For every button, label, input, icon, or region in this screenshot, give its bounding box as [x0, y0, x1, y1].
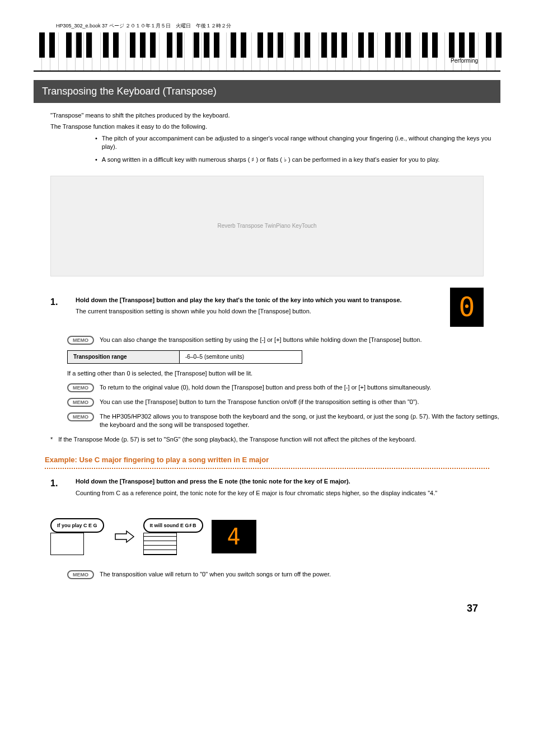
mini-keyboard-left	[50, 533, 84, 555]
step-text: The current transposition setting is sho…	[76, 307, 450, 316]
memo-badge: MEMO	[67, 412, 94, 421]
asterisk-note-text: If the Transpose Mode (p. 57) is set to …	[58, 435, 416, 444]
arrow-icon	[113, 528, 135, 545]
diagram-right-label: It will sound E G♯ B	[143, 518, 203, 533]
bullet-text-2: A song written in a difficult key with n…	[102, 156, 440, 164]
asterisk-icon: *	[50, 435, 53, 444]
intro-paragraph-2: The Transpose function makes it easy to …	[50, 123, 500, 131]
memo-badge: MEMO	[67, 336, 94, 345]
example-step-title: Hold down the [Transpose] button and pre…	[76, 477, 500, 486]
header-section-label: Performing	[451, 57, 478, 65]
memo-text-1: You can also change the transposition se…	[100, 336, 500, 345]
control-panel-diagram: Reverb Transpose TwinPiano KeyTouch	[50, 176, 484, 276]
display-readout-4: 4	[212, 520, 256, 553]
memo-text-5: The transposition value will return to "…	[100, 570, 500, 579]
table-label: Transposition range	[68, 351, 180, 363]
section-title: Transposing the Keyboard (Transpose)	[34, 80, 500, 103]
bullet-item: • The pitch of your accompaniment can be…	[95, 134, 500, 152]
example-diagram: If you play C E G It will sound E G♯ B 4	[50, 511, 484, 562]
memo-badge: MEMO	[67, 398, 94, 407]
step-number: 1.	[50, 296, 76, 322]
memo-text-2: To return to the original value (0), hol…	[100, 383, 500, 392]
transposition-range-table: Transposition range -6–0–5 (semitone uni…	[67, 350, 302, 364]
bullet-item: • A song written in a difficult key with…	[95, 156, 500, 164]
book-info-header: HP305_302_e.book 37 ページ ２０１０年１月５日 火曜日 午後…	[34, 22, 500, 30]
music-staff	[143, 533, 177, 555]
bullet-text-1: The pitch of your accompaniment can be a…	[102, 134, 500, 152]
page-number: 37	[34, 602, 478, 616]
example-step-number: 1.	[50, 477, 76, 503]
piano-header-graphic: Performing	[34, 32, 500, 72]
dotted-divider	[45, 468, 489, 469]
display-readout-0: 0	[450, 288, 484, 327]
bullet-icon: •	[95, 134, 97, 152]
diagram-left-label: If you play C E G	[50, 518, 104, 533]
memo-text-4: The HP305/HP302 allows you to transpose …	[100, 412, 500, 430]
memo-text-3: You can use the [Transpose] button to tu…	[100, 398, 500, 407]
bullet-icon: •	[95, 156, 97, 164]
intro-paragraph-1: "Transpose" means to shift the pitches p…	[50, 111, 500, 120]
step-title: Hold down the [Transpose] button and pla…	[76, 296, 450, 304]
example-step-text: Counting from C as a reference point, th…	[76, 489, 500, 497]
note-text-1: If a setting other than 0 is selected, t…	[67, 369, 500, 378]
example-heading: Example: Use C major fingering to play a…	[45, 455, 500, 465]
table-value: -6–0–5 (semitone units)	[180, 351, 250, 363]
memo-badge: MEMO	[67, 383, 94, 392]
memo-badge: MEMO	[67, 570, 94, 579]
